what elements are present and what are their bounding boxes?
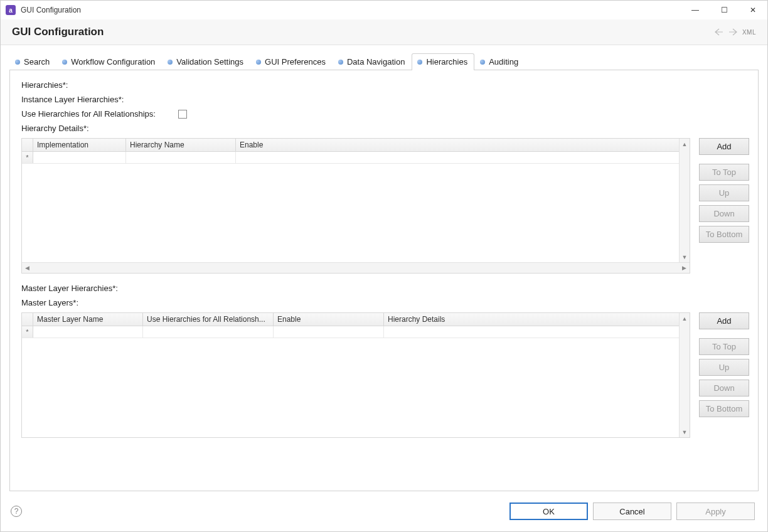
table-row[interactable]: *	[22, 152, 679, 164]
tab-validation-settings[interactable]: Validation Settings	[162, 53, 250, 70]
table-horizontal-scrollbar[interactable]: ◀ ▶	[22, 262, 690, 273]
maximize-button[interactable]: ☐	[710, 1, 739, 19]
table-vertical-scrollbar[interactable]: ▲ ▼	[679, 139, 690, 262]
ok-button[interactable]: OK	[509, 503, 588, 520]
bullet-icon	[62, 60, 67, 65]
close-button[interactable]: ✕	[739, 1, 767, 19]
to-top-button-2[interactable]: To Top	[699, 338, 749, 355]
use-all-relationships-checkbox[interactable]	[178, 110, 187, 119]
scroll-left-icon[interactable]: ◀	[22, 263, 33, 274]
add-button[interactable]: Add	[699, 138, 749, 155]
master-layers-table[interactable]: Master Layer Name Use Hierarchies for Al…	[21, 312, 690, 438]
tab-data-navigation[interactable]: Data Navigation	[333, 53, 412, 70]
page-header: GUI Configuration XML	[1, 19, 767, 45]
bullet-icon	[338, 60, 343, 65]
tab-gui-preferences[interactable]: GUI Preferences	[250, 53, 333, 70]
up-button-2[interactable]: Up	[699, 359, 749, 376]
new-row-marker[interactable]: *	[22, 152, 33, 163]
label-use-all-relationships: Use Hierarchies for All Relationships:	[21, 109, 156, 119]
scroll-down-icon[interactable]: ▼	[680, 252, 690, 262]
new-row-marker[interactable]: *	[22, 326, 33, 338]
xml-mode-label[interactable]: XML	[742, 29, 756, 36]
to-bottom-button[interactable]: To Bottom	[699, 226, 749, 243]
col-enable[interactable]: Enable	[236, 139, 679, 151]
tab-search[interactable]: Search	[9, 53, 56, 70]
window-title: GUI Configuration	[21, 6, 81, 14]
scroll-up-icon[interactable]: ▲	[680, 313, 690, 324]
scroll-up-icon[interactable]: ▲	[680, 139, 690, 149]
label-master-layer-hierarchies: Master Layer Hierarchies*:	[21, 284, 118, 293]
to-bottom-button-2[interactable]: To Bottom	[699, 400, 749, 417]
down-button[interactable]: Down	[699, 205, 749, 222]
content-panel[interactable]: Hierarchies*: Instance Layer Hierarchies…	[10, 70, 758, 491]
tab-auditing[interactable]: Auditing	[474, 53, 525, 70]
titlebar: a GUI Configuration — ☐ ✕	[1, 1, 767, 19]
scroll-down-icon[interactable]: ▼	[680, 427, 690, 437]
cancel-button[interactable]: Cancel	[593, 503, 671, 520]
forward-arrow-icon[interactable]	[727, 26, 739, 38]
bullet-icon	[168, 60, 173, 65]
col-hierarchy-name[interactable]: Hierarchy Name	[126, 139, 236, 151]
col-hierarchy-details[interactable]: Hierarchy Details	[384, 313, 679, 326]
apply-button[interactable]: Apply	[676, 503, 755, 520]
tab-workflow-configuration[interactable]: Workflow Configuration	[56, 53, 162, 70]
col-master-layer-name[interactable]: Master Layer Name	[33, 313, 143, 326]
col-implementation[interactable]: Implementation	[33, 139, 126, 151]
to-top-button[interactable]: To Top	[699, 164, 749, 181]
bullet-icon	[480, 60, 485, 65]
minimize-button[interactable]: —	[681, 1, 710, 19]
bullet-icon	[417, 60, 422, 65]
tabs-row: Search Workflow Configuration Validation…	[9, 53, 759, 70]
table-vertical-scrollbar[interactable]: ▲ ▼	[679, 313, 690, 437]
label-hierarchies: Hierarchies*:	[21, 80, 68, 90]
add-button-2[interactable]: Add	[699, 312, 749, 329]
back-arrow-icon[interactable]	[713, 26, 725, 38]
label-instance-layer: Instance Layer Hierarchies*:	[21, 95, 124, 104]
bullet-icon	[15, 60, 20, 65]
label-hierarchy-details: Hierarchy Details*:	[21, 124, 89, 133]
table-row[interactable]: *	[22, 326, 679, 338]
up-button[interactable]: Up	[699, 184, 749, 201]
help-icon[interactable]: ?	[11, 506, 22, 517]
page-title: GUI Configuration	[12, 26, 104, 38]
scroll-right-icon[interactable]: ▶	[679, 263, 690, 274]
down-button-2[interactable]: Down	[699, 380, 749, 396]
col-use-hierarchies-all[interactable]: Use Hierarchies for All Relationsh...	[143, 313, 274, 326]
tab-hierarchies[interactable]: Hierarchies	[412, 53, 474, 70]
bullet-icon	[256, 60, 261, 65]
label-master-layers: Master Layers*:	[21, 298, 78, 307]
hierarchy-details-table[interactable]: Implementation Hierarchy Name Enable * ▲	[21, 138, 690, 274]
app-icon: a	[6, 5, 16, 15]
dialog-footer: ? OK Cancel Apply	[1, 491, 767, 531]
col-enable-2[interactable]: Enable	[274, 313, 384, 326]
